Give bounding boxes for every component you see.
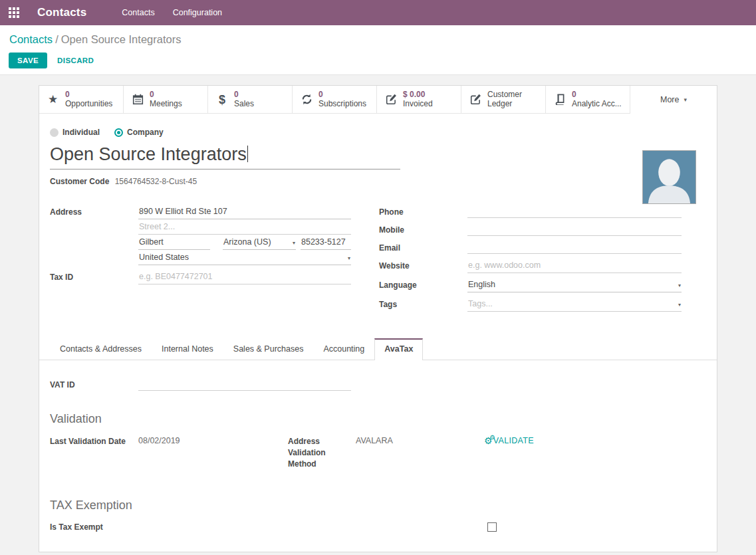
stat-button-customer-ledger[interactable]: Customer Ledger bbox=[461, 86, 546, 114]
company-avatar[interactable] bbox=[642, 150, 696, 204]
customer-code-label: Customer Code bbox=[50, 177, 109, 186]
validation-section-heading: Validation bbox=[50, 412, 706, 426]
more-button[interactable]: More ▾ bbox=[630, 86, 717, 114]
record-name[interactable]: Open Source Integrators bbox=[50, 144, 247, 164]
language-label: Language bbox=[379, 278, 467, 290]
street-input[interactable]: 890 W Elliot Rd Ste 107 bbox=[138, 205, 351, 219]
menu-item-contacts[interactable]: Contacts bbox=[122, 8, 154, 17]
stat-button-box: ★ 0 Opportunities bbox=[39, 86, 717, 114]
tax-id-label: Tax ID bbox=[50, 270, 138, 282]
star-icon: ★ bbox=[48, 94, 64, 105]
tab-avatax[interactable]: AvaTax bbox=[374, 338, 423, 360]
tab-accounting[interactable]: Accounting bbox=[313, 338, 374, 360]
tab-internal-notes[interactable]: Internal Notes bbox=[152, 338, 223, 360]
mobile-label: Mobile bbox=[379, 223, 467, 235]
calendar-icon bbox=[132, 94, 148, 105]
radio-individual[interactable]: Individual bbox=[50, 128, 100, 137]
validate-button[interactable]: ⚙⚙ VALIDATE bbox=[484, 436, 537, 445]
stat-button-opportunities[interactable]: ★ 0 Opportunities bbox=[39, 86, 124, 114]
book-icon bbox=[555, 94, 570, 105]
email-input[interactable] bbox=[467, 241, 682, 254]
cogs-icon: ⚙⚙ bbox=[484, 436, 493, 445]
last-validation-date-value: 08/02/2019 bbox=[138, 436, 288, 445]
control-panel: Contacts/Open Source Integrators SAVE DI… bbox=[0, 25, 756, 75]
customer-code-value: 1564764532-8-Cust-45 bbox=[115, 177, 197, 186]
chevron-down-icon[interactable]: ▾ bbox=[348, 255, 350, 261]
page-background: ★ 0 Opportunities bbox=[0, 75, 756, 555]
company-type-selector: Individual Company bbox=[50, 128, 706, 137]
right-field-column: Phone Mobile Email Website bbox=[379, 205, 682, 316]
chevron-down-icon[interactable]: ▾ bbox=[678, 302, 681, 308]
dollar-icon: $ bbox=[217, 94, 233, 106]
app-title[interactable]: Contacts bbox=[37, 6, 86, 19]
edit-icon bbox=[386, 94, 402, 105]
stat-button-subscriptions[interactable]: 0 Subscriptions bbox=[293, 86, 377, 114]
menu-item-configuration[interactable]: Configuration bbox=[173, 8, 222, 17]
discard-button[interactable]: DISCARD bbox=[57, 56, 94, 64]
tags-input[interactable]: Tags...▾ bbox=[467, 297, 682, 312]
breadcrumb-separator: / bbox=[53, 33, 61, 45]
address-label: Address bbox=[50, 205, 138, 217]
tab-contacts-addresses[interactable]: Contacts & Addresses bbox=[50, 338, 152, 360]
stat-button-invoiced[interactable]: $ 0.00 Invoiced bbox=[377, 86, 461, 114]
last-validation-date-label: Last Validation Date bbox=[50, 436, 138, 447]
stat-button-analytic-accounts[interactable]: 0 Analytic Acc... bbox=[546, 86, 630, 114]
stat-button-sales[interactable]: $ 0 Sales bbox=[208, 86, 293, 114]
breadcrumb: Contacts/Open Source Integrators bbox=[9, 33, 747, 46]
apps-menu-icon[interactable] bbox=[9, 7, 19, 18]
tax-id-input[interactable]: e.g. BE0477472701 bbox=[138, 270, 351, 284]
radio-company[interactable]: Company bbox=[114, 128, 164, 137]
chevron-down-icon[interactable]: ▾ bbox=[293, 240, 295, 246]
mobile-input[interactable] bbox=[467, 223, 682, 236]
top-navbar: Contacts Contacts Configuration bbox=[0, 0, 756, 25]
chevron-down-icon: ▾ bbox=[684, 96, 687, 103]
phone-input[interactable] bbox=[467, 205, 682, 218]
radio-company-circle[interactable] bbox=[114, 128, 123, 137]
edit-icon bbox=[470, 94, 486, 105]
left-field-column: Address 890 W Elliot Rd Ste 107 Street 2… bbox=[50, 205, 351, 316]
breadcrumb-current: Open Source Integrators bbox=[61, 33, 182, 45]
state-select[interactable]: Arizona (US)▾ bbox=[223, 235, 296, 250]
zip-input[interactable]: 85233-5127 bbox=[301, 235, 351, 250]
city-input[interactable]: Gilbert bbox=[138, 235, 210, 250]
vat-id-label: VAT ID bbox=[50, 378, 138, 389]
text-cursor bbox=[247, 146, 248, 162]
is-tax-exempt-label: Is Tax Exempt bbox=[50, 522, 487, 532]
language-select[interactable]: English▾ bbox=[467, 278, 682, 292]
website-input[interactable]: e.g. www.odoo.com bbox=[467, 259, 682, 273]
tags-label: Tags bbox=[379, 297, 467, 309]
address-validation-method-value: AVALARA bbox=[356, 436, 484, 445]
email-label: Email bbox=[379, 241, 467, 253]
name-field[interactable]: Open Source Integrators bbox=[50, 144, 400, 169]
is-tax-exempt-checkbox[interactable] bbox=[487, 522, 497, 532]
radio-individual-circle[interactable] bbox=[50, 128, 59, 137]
phone-label: Phone bbox=[379, 205, 467, 217]
notebook-tabs: Contacts & Addresses Internal Notes Sale… bbox=[39, 338, 717, 360]
website-label: Website bbox=[379, 259, 467, 271]
chevron-down-icon[interactable]: ▾ bbox=[678, 282, 681, 288]
breadcrumb-parent-link[interactable]: Contacts bbox=[9, 33, 53, 45]
customer-code-row: Customer Code 1564764532-8-Cust-45 bbox=[50, 177, 706, 186]
tax-exemption-section-heading: TAX Exemption bbox=[50, 499, 706, 512]
avatax-tab-pane: VAT ID Validation Last Validation Date 0… bbox=[39, 360, 717, 552]
address-validation-method-label: Address Validation Method bbox=[288, 436, 356, 470]
street2-input[interactable]: Street 2... bbox=[138, 220, 351, 235]
save-button[interactable]: SAVE bbox=[9, 53, 47, 68]
form-sheet: ★ 0 Opportunities bbox=[39, 85, 717, 552]
country-select[interactable]: United States▾ bbox=[138, 251, 351, 265]
sync-icon bbox=[301, 94, 317, 105]
stat-button-meetings[interactable]: 0 Meetings bbox=[124, 86, 208, 114]
vat-id-input[interactable] bbox=[138, 378, 351, 391]
tab-sales-purchases[interactable]: Sales & Purchases bbox=[223, 338, 314, 360]
